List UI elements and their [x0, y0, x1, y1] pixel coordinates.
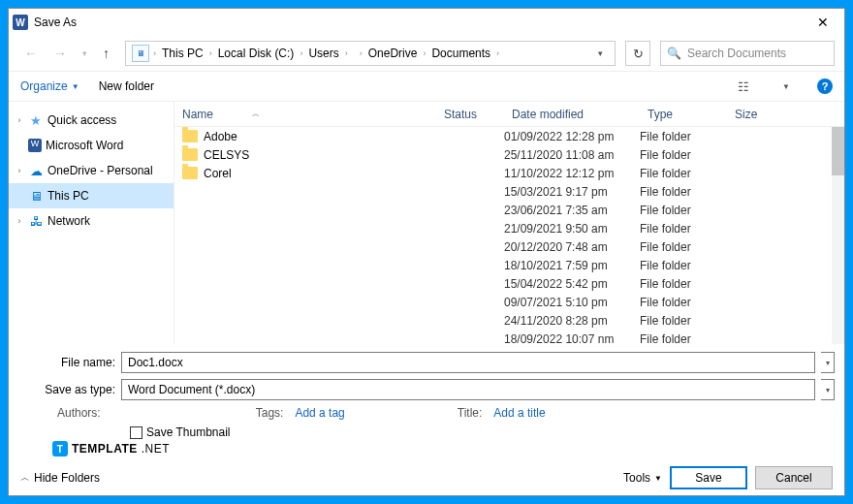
table-row[interactable]: Adobe01/09/2022 12:28 pmFile folder	[174, 127, 844, 145]
table-row[interactable]: 18/10/2021 7:59 pmFile folder	[174, 256, 844, 274]
file-type: File folder	[640, 222, 727, 236]
sidebar-item-network[interactable]: ›🖧Network	[9, 208, 174, 234]
sidebar-item-onedrive[interactable]: ›☁OneDrive - Personal	[9, 158, 174, 183]
template-net-logo: T TEMPLATE.NET	[52, 441, 835, 457]
folder-icon	[182, 148, 198, 161]
recent-dropdown-icon[interactable]: ▾	[77, 45, 93, 62]
monitor-icon: 🖥	[28, 189, 44, 204]
table-row[interactable]: 18/09/2022 10:07 nmFile folder	[174, 330, 844, 344]
sidebar: ›★Quick access WMicrosoft Word ›☁OneDriv…	[9, 102, 174, 344]
save-thumbnail-checkbox[interactable]	[130, 426, 142, 439]
file-type: File folder	[640, 314, 727, 328]
table-row[interactable]: 09/07/2021 5:10 pmFile folder	[174, 293, 844, 311]
add-tag-link[interactable]: Add a tag	[295, 406, 344, 420]
form-area: File name: ▾ Save as type: ▾ Authors: Ta…	[9, 344, 844, 460]
cancel-button[interactable]: Cancel	[755, 466, 833, 489]
search-input[interactable]: 🔍 Search Documents	[660, 41, 835, 66]
file-type: File folder	[640, 130, 727, 143]
sidebar-item-quick-access[interactable]: ›★Quick access	[9, 108, 174, 133]
network-icon: 🖧	[28, 214, 44, 229]
view-dropdown-icon[interactable]: ▼	[774, 82, 798, 91]
search-placeholder: Search Documents	[687, 47, 786, 60]
new-folder-button[interactable]: New folder	[99, 79, 154, 93]
crumb-this-pc[interactable]: This PC	[158, 47, 207, 60]
add-title-link[interactable]: Add a title	[493, 406, 545, 420]
file-name: Corel	[204, 167, 232, 180]
tools-menu[interactable]: Tools▼	[623, 471, 662, 485]
file-date: 15/04/2022 5:42 pm	[504, 277, 640, 291]
title-label: Title:	[458, 406, 483, 420]
file-date: 25/11/2020 11:08 am	[504, 148, 640, 162]
file-date: 20/12/2020 7:48 am	[504, 240, 640, 254]
table-row[interactable]: Corel11/10/2022 12:12 pmFile folder	[174, 164, 844, 182]
close-button[interactable]: ✕	[806, 9, 840, 36]
file-date: 23/06/2021 7:35 am	[504, 204, 640, 217]
folder-icon	[182, 130, 198, 142]
column-type[interactable]: Type	[640, 108, 727, 121]
column-date[interactable]: Date modified	[504, 108, 640, 121]
refresh-button[interactable]: ↻	[625, 41, 650, 66]
view-options-icon[interactable]: ☷	[732, 79, 755, 94]
file-type: File folder	[640, 167, 727, 180]
table-row[interactable]: 15/03/2021 9:17 pmFile folder	[174, 182, 844, 201]
file-type: File folder	[640, 240, 727, 254]
saveastype-select[interactable]	[121, 379, 815, 400]
file-date: 15/03/2021 9:17 pm	[504, 185, 640, 199]
table-row[interactable]: CELSYS25/11/2020 11:08 amFile folder	[174, 145, 844, 164]
save-button[interactable]: Save	[670, 466, 747, 489]
column-name[interactable]: Name︿	[174, 108, 436, 121]
column-status[interactable]: Status	[436, 108, 504, 121]
file-date: 18/09/2022 10:07 nm	[504, 332, 640, 345]
column-size[interactable]: Size	[727, 108, 785, 121]
filename-label: File name:	[18, 356, 115, 369]
authors-label: Authors:	[57, 406, 101, 420]
file-name: Adobe	[204, 130, 237, 143]
forward-arrow-icon[interactable]: →	[47, 42, 73, 65]
file-date: 21/09/2021 9:50 am	[504, 222, 640, 236]
word-icon: W	[28, 139, 42, 152]
table-row[interactable]: 20/12/2020 7:48 amFile folder	[174, 237, 844, 256]
file-list: Name︿ Status Date modified Type Size Ado…	[174, 102, 844, 344]
saveastype-dropdown-icon[interactable]: ▾	[821, 379, 835, 400]
crumb-documents[interactable]: Documents	[427, 47, 494, 60]
filename-dropdown-icon[interactable]: ▾	[821, 352, 835, 373]
sidebar-item-microsoft-word[interactable]: WMicrosoft Word	[9, 133, 174, 158]
word-app-icon: W	[13, 15, 28, 30]
scrollbar[interactable]	[832, 127, 844, 344]
file-type: File folder	[640, 296, 727, 309]
back-arrow-icon[interactable]: ←	[18, 42, 44, 65]
file-type: File folder	[640, 204, 727, 217]
sidebar-item-this-pc[interactable]: 🖥This PC	[9, 183, 174, 208]
crumb-users[interactable]: Users	[304, 47, 342, 60]
file-type: File folder	[640, 259, 727, 272]
navigation-bar: ← → ▾ ↑ 🖥 › This PC› Local Disk (C:)› Us…	[9, 36, 844, 71]
hide-folders-toggle[interactable]: ︿Hide Folders	[20, 471, 100, 485]
file-type: File folder	[640, 277, 727, 291]
save-thumbnail-label[interactable]: Save Thumbnail	[146, 425, 231, 439]
footer: ︿Hide Folders Tools▼ Save Cancel	[9, 460, 844, 495]
address-bar[interactable]: 🖥 › This PC› Local Disk (C:)› Users› › O…	[125, 41, 616, 66]
address-dropdown-icon[interactable]: ▾	[590, 48, 611, 58]
file-date: 01/09/2022 12:28 pm	[504, 130, 640, 143]
file-name: CELSYS	[204, 148, 249, 162]
crumb-local-disk[interactable]: Local Disk (C:)	[214, 47, 299, 60]
organize-menu[interactable]: Organize▼	[20, 79, 79, 93]
save-as-dialog: W Save As ✕ ← → ▾ ↑ 🖥 › This PC› Local D…	[8, 8, 845, 496]
table-row[interactable]: 23/06/2021 7:35 amFile folder	[174, 201, 844, 219]
table-row[interactable]: 24/11/2020 8:28 pmFile folder	[174, 311, 844, 330]
table-row[interactable]: 21/09/2021 9:50 amFile folder	[174, 219, 844, 237]
tags-label: Tags:	[256, 406, 284, 420]
star-icon: ★	[28, 113, 44, 128]
search-icon: 🔍	[667, 47, 681, 60]
saveastype-label: Save as type:	[18, 383, 115, 396]
crumb-onedrive[interactable]: OneDrive	[364, 47, 422, 60]
table-row[interactable]: 15/04/2022 5:42 pmFile folder	[174, 274, 844, 293]
help-icon[interactable]: ?	[817, 79, 833, 94]
logo-icon: T	[52, 441, 68, 457]
file-type: File folder	[640, 332, 727, 345]
file-date: 11/10/2022 12:12 pm	[504, 167, 640, 180]
filename-input[interactable]	[121, 352, 815, 373]
file-type: File folder	[640, 148, 727, 162]
scrollbar-thumb[interactable]	[832, 127, 844, 175]
up-arrow-icon[interactable]: ↑	[97, 42, 115, 65]
